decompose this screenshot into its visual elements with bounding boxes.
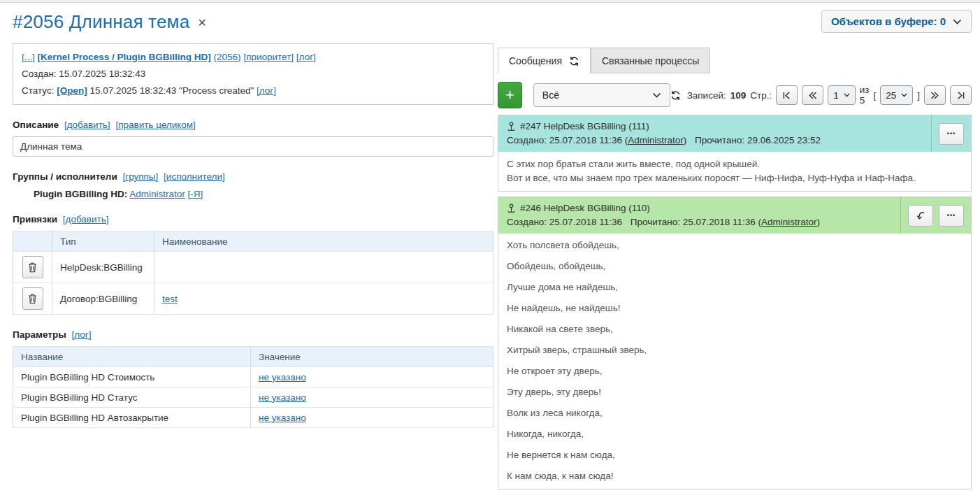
messages-pane: Объектов в буфере: 0 Сообщения Связанные… <box>498 0 972 493</box>
message-line: Не вернется к нам сюда, <box>507 449 963 461</box>
table-row: Договор:BGBilling test <box>13 283 493 315</box>
executors-link[interactable]: [исполнители] <box>164 171 225 182</box>
parameter-value-link[interactable]: не указано <box>259 392 306 403</box>
delete-binding-button[interactable] <box>22 287 43 310</box>
message-line: Хитрый зверь, страшный зверь, <box>507 344 963 356</box>
message-actions: ••• <box>931 115 971 152</box>
tab-messages-label: Сообщения <box>509 55 562 66</box>
parameters-table: Название Значение Plugin BGBilling HD Ст… <box>13 346 493 428</box>
bindings-heading: Привязки [добавить] <box>13 214 493 224</box>
process-pane: #2056 Длинная тема × [...] [Kernel Proce… <box>13 8 493 428</box>
binding-name-link[interactable]: test <box>162 294 178 304</box>
message-line: Обойдешь, обойдешь, <box>507 260 963 272</box>
bindings-col-name: Наименование <box>154 231 493 252</box>
table-row: Plugin BGBilling HD Стоимость не указано <box>13 367 493 387</box>
bracket-open: [ <box>873 90 876 101</box>
message-line: Никакой на свете зверь, <box>507 323 963 335</box>
binding-name <box>154 252 493 283</box>
last-page-button[interactable] <box>950 85 972 105</box>
message-line: С этих пор братья стали жить вместе, под… <box>507 157 963 171</box>
priority-link[interactable]: [приоритет] <box>243 52 294 62</box>
more-icon: ••• <box>947 212 956 219</box>
records-label: Записей: <box>687 90 726 101</box>
parameter-name: Plugin BGBilling HD Автозакрытие <box>13 408 251 428</box>
parameter-value-link[interactable]: не указано <box>259 413 306 423</box>
bindings-add-link[interactable]: [добавить] <box>63 214 109 224</box>
groups-link[interactable]: [группы] <box>122 171 158 182</box>
more-actions-button[interactable]: ••• <box>939 205 964 227</box>
parameters-log-link[interactable]: [лог] <box>71 329 91 340</box>
page-title: #2056 Длинная тема <box>13 11 189 33</box>
page-size-select[interactable]: 25 <box>880 85 913 105</box>
process-type-link[interactable]: [Kernel Process / Plugin BGBilling HD] <box>38 52 211 62</box>
records-count: 109 <box>730 90 747 101</box>
parameter-value-link[interactable]: не указано <box>259 372 306 383</box>
page-number-select[interactable]: 1 <box>828 85 856 105</box>
next-page-button[interactable] <box>924 85 946 105</box>
process-id-link[interactable]: (2056) <box>214 52 241 62</box>
message-line: Не откроет эту дверь, <box>507 365 963 377</box>
status-log-link[interactable]: [лог] <box>257 85 276 96</box>
description-add-link[interactable]: [добавить] <box>64 120 110 130</box>
message-line: Хоть полсвета обойдешь, <box>507 239 963 251</box>
message-header: #246 HelpDesk BGBilling (110) Создано: 2… <box>498 197 971 234</box>
executor-user-link[interactable]: Administrator <box>129 189 185 199</box>
messages-toolbar: + Всё Записей: 109 Стр.: 1 <box>498 82 972 108</box>
tab-bar: Сообщения Связанные процессы <box>498 48 710 73</box>
close-icon[interactable]: × <box>198 15 206 29</box>
refresh-icon[interactable] <box>569 56 579 66</box>
expand-link[interactable]: [...] <box>22 52 35 62</box>
filter-select[interactable]: Всё <box>533 83 670 107</box>
message-card: #247 HelpDesk BGBilling (111) Создано: 2… <box>498 115 972 192</box>
chevron-down-icon <box>901 93 907 97</box>
process-info-line: [...] [Kernel Process / Plugin BGBilling… <box>22 49 484 66</box>
add-message-button[interactable]: + <box>498 82 522 108</box>
message-line: Никогда, никогда, <box>507 428 963 440</box>
log-link[interactable]: [лог] <box>296 52 316 62</box>
message-meta-line: Создано: 25.07.2018 11:36 (Administrator… <box>507 134 923 148</box>
message-header: #247 HelpDesk BGBilling (111) Создано: 2… <box>498 115 971 152</box>
prev-page-button[interactable] <box>802 85 823 105</box>
message-author-link[interactable]: Administrator <box>761 217 817 227</box>
bindings-heading-label: Привязки <box>13 214 57 224</box>
more-actions-button[interactable]: ••• <box>939 123 964 145</box>
remove-me-link[interactable]: [-Я] <box>188 189 203 199</box>
message-line: Волк из леса никогда, <box>507 407 963 419</box>
tab-messages[interactable]: Сообщения <box>498 48 591 73</box>
plus-icon: + <box>505 87 514 103</box>
status-open-link[interactable]: [Open] <box>57 85 87 96</box>
tab-related-processes[interactable]: Связанные процессы <box>591 48 710 73</box>
message-title: #247 HelpDesk BGBilling (111) <box>520 120 649 134</box>
message-actions: ••• <box>900 197 971 234</box>
pin-icon <box>507 122 516 131</box>
delete-binding-button[interactable] <box>22 256 43 278</box>
table-row: Plugin BGBilling HD Автозакрытие не указ… <box>13 408 493 428</box>
message-created: Создано: 25.07.2018 11:36 ( <box>507 135 628 145</box>
last-page-icon <box>956 92 965 99</box>
message-read-suffix: ) <box>817 217 821 227</box>
first-page-button[interactable] <box>776 85 798 105</box>
message-body: С этих пор братья стали жить вместе, под… <box>498 152 971 191</box>
bindings-col-actions <box>13 231 52 252</box>
reply-button[interactable] <box>908 205 933 227</box>
buffer-button-label: Объектов в буфере: 0 <box>831 15 946 27</box>
pages-total-label: из 5 <box>860 85 870 106</box>
process-info-box: [...] [Kernel Process / Plugin BGBilling… <box>13 43 493 105</box>
buffer-button[interactable]: Объектов в буфере: 0 <box>821 10 972 33</box>
message-read: Прочитано: 29.06.2025 23:52 <box>695 135 821 145</box>
chevron-down-icon <box>652 92 661 98</box>
parameter-name: Plugin BGBilling HD Статус <box>13 387 251 408</box>
message-list: #247 HelpDesk BGBilling (111) Создано: 2… <box>498 115 972 493</box>
description-input[interactable] <box>13 136 493 157</box>
parameters-col-value: Значение <box>251 347 493 367</box>
filter-select-value: Всё <box>542 90 559 101</box>
bindings-header-row: Тип Наименование <box>13 231 493 252</box>
parameters-heading-label: Параметры <box>13 329 66 340</box>
first-page-icon <box>782 92 791 99</box>
binding-type: HelpDesk:BGBilling <box>52 252 154 283</box>
parameter-name: Plugin BGBilling HD Стоимость <box>13 367 251 387</box>
refresh-icon[interactable] <box>670 90 681 101</box>
description-edit-link[interactable]: [править целиком] <box>115 120 195 130</box>
trash-icon <box>28 262 37 273</box>
message-author-link[interactable]: Administrator <box>628 135 684 145</box>
